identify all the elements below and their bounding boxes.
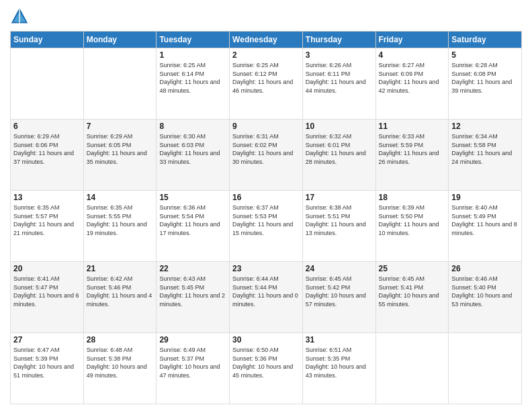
calendar-cell: 31Sunrise: 6:51 AMSunset: 5:35 PMDayligh… bbox=[302, 333, 375, 404]
header bbox=[10, 7, 522, 26]
calendar-week-row: 20Sunrise: 6:41 AMSunset: 5:47 PMDayligh… bbox=[11, 262, 522, 333]
day-number: 5 bbox=[451, 50, 519, 60]
day-number: 15 bbox=[159, 193, 226, 202]
day-number: 13 bbox=[13, 193, 81, 202]
calendar-cell: 10Sunrise: 6:32 AMSunset: 6:01 PMDayligh… bbox=[302, 120, 375, 191]
calendar-cell: 4Sunrise: 6:27 AMSunset: 6:09 PMDaylight… bbox=[375, 48, 449, 120]
cell-info: Sunrise: 6:25 AMSunset: 6:14 PMDaylight:… bbox=[159, 61, 226, 95]
day-number: 11 bbox=[379, 122, 446, 131]
calendar-cell: 16Sunrise: 6:37 AMSunset: 5:53 PMDayligh… bbox=[230, 191, 303, 262]
day-number: 8 bbox=[159, 122, 226, 131]
day-number: 31 bbox=[306, 335, 373, 345]
day-number: 23 bbox=[232, 264, 300, 273]
calendar-cell: 26Sunrise: 6:46 AMSunset: 5:40 PMDayligh… bbox=[449, 262, 522, 333]
cell-info: Sunrise: 6:34 AMSunset: 5:58 PMDaylight:… bbox=[451, 132, 519, 166]
calendar-week-row: 6Sunrise: 6:29 AMSunset: 6:06 PMDaylight… bbox=[11, 120, 522, 191]
cell-info: Sunrise: 6:41 AMSunset: 5:47 PMDaylight:… bbox=[13, 275, 81, 308]
calendar-week-row: 13Sunrise: 6:35 AMSunset: 5:57 PMDayligh… bbox=[11, 191, 522, 262]
cell-info: Sunrise: 6:40 AMSunset: 5:49 PMDaylight:… bbox=[451, 203, 519, 237]
day-header-sunday: Sunday bbox=[11, 32, 84, 48]
day-number: 19 bbox=[451, 193, 519, 202]
cell-info: Sunrise: 6:51 AMSunset: 5:35 PMDaylight:… bbox=[306, 346, 373, 379]
calendar-cell: 7Sunrise: 6:29 AMSunset: 6:05 PMDaylight… bbox=[83, 120, 157, 191]
day-number: 12 bbox=[451, 122, 519, 131]
cell-info: Sunrise: 6:35 AMSunset: 5:57 PMDaylight:… bbox=[13, 203, 81, 237]
cell-info: Sunrise: 6:26 AMSunset: 6:11 PMDaylight:… bbox=[306, 61, 373, 95]
calendar-cell: 6Sunrise: 6:29 AMSunset: 6:06 PMDaylight… bbox=[11, 120, 84, 191]
day-number: 9 bbox=[232, 122, 300, 131]
calendar-cell bbox=[11, 48, 84, 120]
cell-info: Sunrise: 6:49 AMSunset: 5:37 PMDaylight:… bbox=[159, 346, 226, 379]
calendar-cell: 21Sunrise: 6:42 AMSunset: 5:46 PMDayligh… bbox=[83, 262, 157, 333]
day-number: 14 bbox=[87, 193, 154, 202]
calendar-cell: 11Sunrise: 6:33 AMSunset: 5:59 PMDayligh… bbox=[375, 120, 449, 191]
calendar-cell: 9Sunrise: 6:31 AMSunset: 6:02 PMDaylight… bbox=[230, 120, 303, 191]
cell-info: Sunrise: 6:33 AMSunset: 5:59 PMDaylight:… bbox=[379, 132, 446, 166]
cell-info: Sunrise: 6:44 AMSunset: 5:44 PMDaylight:… bbox=[232, 275, 300, 308]
day-number: 2 bbox=[232, 50, 300, 60]
day-number: 30 bbox=[232, 335, 300, 345]
day-number: 25 bbox=[379, 264, 446, 273]
cell-info: Sunrise: 6:39 AMSunset: 5:50 PMDaylight:… bbox=[379, 203, 446, 237]
logo bbox=[10, 7, 32, 26]
calendar-cell: 22Sunrise: 6:43 AMSunset: 5:45 PMDayligh… bbox=[157, 262, 230, 333]
calendar-cell: 18Sunrise: 6:39 AMSunset: 5:50 PMDayligh… bbox=[375, 191, 449, 262]
day-number: 28 bbox=[87, 335, 154, 345]
cell-info: Sunrise: 6:38 AMSunset: 5:51 PMDaylight:… bbox=[306, 203, 373, 237]
calendar-week-row: 27Sunrise: 6:47 AMSunset: 5:39 PMDayligh… bbox=[11, 333, 522, 404]
day-number: 24 bbox=[306, 264, 373, 273]
calendar-cell bbox=[375, 333, 449, 404]
page: SundayMondayTuesdayWednesdayThursdayFrid… bbox=[0, 0, 532, 411]
day-number: 26 bbox=[451, 264, 519, 273]
calendar-cell: 15Sunrise: 6:36 AMSunset: 5:54 PMDayligh… bbox=[157, 191, 230, 262]
day-number: 20 bbox=[13, 264, 81, 273]
day-number: 3 bbox=[306, 50, 373, 60]
cell-info: Sunrise: 6:45 AMSunset: 5:41 PMDaylight:… bbox=[379, 275, 446, 308]
calendar-cell: 27Sunrise: 6:47 AMSunset: 5:39 PMDayligh… bbox=[11, 333, 84, 404]
calendar-week-row: 1Sunrise: 6:25 AMSunset: 6:14 PMDaylight… bbox=[11, 48, 522, 120]
day-number: 22 bbox=[159, 264, 226, 273]
cell-info: Sunrise: 6:37 AMSunset: 5:53 PMDaylight:… bbox=[232, 203, 300, 237]
cell-info: Sunrise: 6:29 AMSunset: 6:06 PMDaylight:… bbox=[13, 132, 81, 166]
day-number: 6 bbox=[13, 122, 81, 131]
cell-info: Sunrise: 6:25 AMSunset: 6:12 PMDaylight:… bbox=[232, 61, 300, 95]
day-number: 4 bbox=[379, 50, 446, 60]
day-header-wednesday: Wednesday bbox=[230, 32, 303, 48]
day-number: 21 bbox=[87, 264, 154, 273]
cell-info: Sunrise: 6:28 AMSunset: 6:08 PMDaylight:… bbox=[451, 61, 519, 95]
cell-info: Sunrise: 6:43 AMSunset: 5:45 PMDaylight:… bbox=[159, 275, 226, 308]
calendar-cell: 25Sunrise: 6:45 AMSunset: 5:41 PMDayligh… bbox=[375, 262, 449, 333]
calendar-cell: 20Sunrise: 6:41 AMSunset: 5:47 PMDayligh… bbox=[11, 262, 84, 333]
cell-info: Sunrise: 6:27 AMSunset: 6:09 PMDaylight:… bbox=[379, 61, 446, 95]
day-header-tuesday: Tuesday bbox=[157, 32, 230, 48]
day-number: 1 bbox=[159, 50, 226, 60]
day-number: 27 bbox=[13, 335, 81, 345]
logo-icon bbox=[10, 7, 29, 26]
calendar-cell: 23Sunrise: 6:44 AMSunset: 5:44 PMDayligh… bbox=[230, 262, 303, 333]
day-header-thursday: Thursday bbox=[302, 32, 375, 48]
calendar-cell: 29Sunrise: 6:49 AMSunset: 5:37 PMDayligh… bbox=[157, 333, 230, 404]
cell-info: Sunrise: 6:48 AMSunset: 5:38 PMDaylight:… bbox=[87, 346, 154, 379]
cell-info: Sunrise: 6:31 AMSunset: 6:02 PMDaylight:… bbox=[232, 132, 300, 166]
calendar-cell bbox=[83, 48, 157, 120]
day-number: 7 bbox=[87, 122, 154, 131]
calendar-cell: 8Sunrise: 6:30 AMSunset: 6:03 PMDaylight… bbox=[157, 120, 230, 191]
day-number: 18 bbox=[379, 193, 446, 202]
calendar-header-row: SundayMondayTuesdayWednesdayThursdayFrid… bbox=[11, 32, 522, 48]
day-number: 10 bbox=[306, 122, 373, 131]
calendar-cell bbox=[449, 333, 522, 404]
calendar-cell: 24Sunrise: 6:45 AMSunset: 5:42 PMDayligh… bbox=[302, 262, 375, 333]
calendar-cell: 2Sunrise: 6:25 AMSunset: 6:12 PMDaylight… bbox=[230, 48, 303, 120]
cell-info: Sunrise: 6:50 AMSunset: 5:36 PMDaylight:… bbox=[232, 346, 300, 379]
calendar-cell: 17Sunrise: 6:38 AMSunset: 5:51 PMDayligh… bbox=[302, 191, 375, 262]
day-header-monday: Monday bbox=[83, 32, 157, 48]
calendar-cell: 3Sunrise: 6:26 AMSunset: 6:11 PMDaylight… bbox=[302, 48, 375, 120]
calendar-table: SundayMondayTuesdayWednesdayThursdayFrid… bbox=[10, 31, 522, 404]
day-header-saturday: Saturday bbox=[449, 32, 522, 48]
cell-info: Sunrise: 6:30 AMSunset: 6:03 PMDaylight:… bbox=[159, 132, 226, 166]
calendar-cell: 5Sunrise: 6:28 AMSunset: 6:08 PMDaylight… bbox=[449, 48, 522, 120]
cell-info: Sunrise: 6:42 AMSunset: 5:46 PMDaylight:… bbox=[87, 275, 154, 308]
calendar-cell: 30Sunrise: 6:50 AMSunset: 5:36 PMDayligh… bbox=[230, 333, 303, 404]
cell-info: Sunrise: 6:36 AMSunset: 5:54 PMDaylight:… bbox=[159, 203, 226, 237]
calendar-cell: 1Sunrise: 6:25 AMSunset: 6:14 PMDaylight… bbox=[157, 48, 230, 120]
